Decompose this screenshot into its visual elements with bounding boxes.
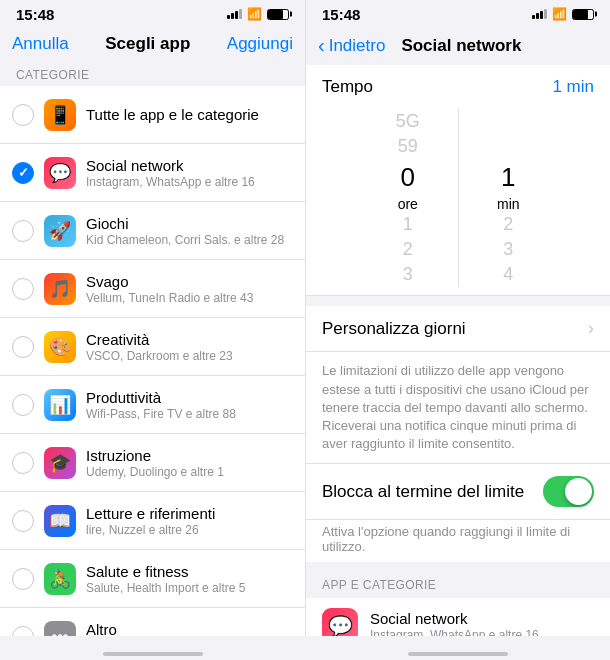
category-name-creativity: Creatività — [86, 331, 293, 348]
picker-item: 4 — [503, 262, 513, 287]
toggle-knob — [565, 478, 592, 505]
check-circle-education[interactable] — [12, 452, 34, 474]
creativity-icon: 🎨 — [44, 331, 76, 363]
list-item[interactable]: ✓ 💬 Social network Instagram, WhatsApp e… — [0, 144, 305, 202]
check-circle-reading[interactable] — [12, 510, 34, 532]
list-item[interactable]: 🎓 Istruzione Udemy, Duolingo e altre 1 — [0, 434, 305, 492]
blocca-toggle-row: Blocca al termine del limite — [306, 464, 610, 520]
categories-label: CATEGORIE — [0, 62, 305, 86]
home-bar-right — [408, 652, 508, 656]
games-icon: 🚀 — [44, 215, 76, 247]
back-label[interactable]: Indietro — [329, 36, 386, 56]
check-circle-productivity[interactable] — [12, 394, 34, 416]
app-name: Social network — [370, 610, 594, 627]
category-name-reading: Letture e riferimenti — [86, 505, 293, 522]
category-sub-social: Instagram, WhatsApp e altre 16 — [86, 175, 293, 189]
app-categorie-section: APP E CATEGORIE 💬 Social network Instagr… — [306, 562, 610, 636]
category-sub-health: Salute, Health Import e altre 5 — [86, 581, 293, 595]
picker-item: 3 — [403, 262, 413, 287]
other-icon: ••• — [44, 621, 76, 636]
picker-selected-minutes[interactable]: 1 — [501, 159, 515, 195]
wifi-icon-left: 📶 — [247, 7, 262, 21]
cancel-button[interactable]: Annulla — [12, 34, 69, 54]
svago-icon: 🎵 — [44, 273, 76, 305]
add-button[interactable]: Aggiungi — [227, 34, 293, 54]
chevron-left-icon: ‹ — [318, 34, 325, 57]
back-button[interactable]: ‹ Indietro — [318, 34, 385, 57]
app-sub: Instagram, WhatsApp e altre 16 — [370, 628, 594, 636]
category-name-all: Tutte le app e le categorie — [86, 106, 293, 123]
blocca-toggle[interactable] — [543, 476, 594, 507]
category-name-svago: Svago — [86, 273, 293, 290]
home-indicators — [0, 636, 610, 660]
app-categorie-header: APP E CATEGORIE — [306, 562, 610, 598]
list-item[interactable]: 🚀 Giochi Kid Chameleon, Corri Sals. e al… — [0, 202, 305, 260]
productivity-icon: 📊 — [44, 389, 76, 421]
time-picker[interactable]: 5G 59 0 ore 1 2 3 – – 1 min 2 3 4 — [322, 105, 594, 295]
right-nav: ‹ Indietro Social network — [306, 28, 610, 65]
check-circle-svago[interactable] — [12, 278, 34, 300]
picker-item: 1 — [403, 212, 413, 237]
social-icon: 💬 — [44, 157, 76, 189]
toggle-sub-text: Attiva l'opzione quando raggiungi il lim… — [306, 520, 610, 562]
picker-item: 2 — [503, 212, 513, 237]
check-circle-social[interactable]: ✓ — [12, 162, 34, 184]
app-icon: 💬 — [322, 608, 358, 636]
list-item[interactable]: 📱 Tutte le app e le categorie — [0, 86, 305, 144]
personalizza-giorni-row[interactable]: Personalizza giorni › — [306, 306, 610, 352]
health-icon: 🚴 — [44, 563, 76, 595]
time-section: Tempo 1 min 5G 59 0 ore 1 2 3 – – — [306, 65, 610, 296]
category-name-social: Social network — [86, 157, 293, 174]
category-sub-productivity: Wifi-Pass, Fire TV e altre 88 — [86, 407, 293, 421]
home-indicator-right — [305, 636, 610, 660]
app-row: 💬 Social network Instagram, WhatsApp e a… — [306, 598, 610, 636]
blocca-section: Blocca al termine del limite Attiva l'op… — [306, 464, 610, 562]
category-sub-games: Kid Chameleon, Corri Sals. e altre 28 — [86, 233, 293, 247]
wifi-icon-right: 📶 — [552, 7, 567, 21]
category-sub-svago: Vellum, TuneIn Radio e altre 43 — [86, 291, 293, 305]
category-sub-education: Udemy, Duolingo e altre 1 — [86, 465, 293, 479]
picker-unit-hours: ore — [398, 196, 418, 212]
tempo-value[interactable]: 1 min — [552, 77, 594, 97]
category-name-other: Altro — [86, 621, 293, 636]
time-left: 15:48 — [16, 6, 54, 23]
home-bar-left — [103, 652, 203, 656]
picker-minutes[interactable]: – – 1 min 2 3 4 — [478, 109, 538, 287]
left-nav-title: Scegli app — [105, 34, 190, 54]
picker-selected-hours[interactable]: 0 — [401, 159, 415, 195]
list-item[interactable]: 🎨 Creatività VSCO, Darkroom e altre 23 — [0, 318, 305, 376]
education-icon: 🎓 — [44, 447, 76, 479]
check-circle-all[interactable] — [12, 104, 34, 126]
picker-item: 2 — [403, 237, 413, 262]
category-name-health: Salute e fitness — [86, 563, 293, 580]
settings-group: Personalizza giorni › — [306, 306, 610, 352]
check-circle-games[interactable] — [12, 220, 34, 242]
category-name-productivity: Produttività — [86, 389, 293, 406]
picker-hours[interactable]: 5G 59 0 ore 1 2 3 — [378, 109, 438, 287]
list-item[interactable]: 🎵 Svago Vellum, TuneIn Radio e altre 43 — [0, 260, 305, 318]
category-sub-creativity: VSCO, Darkroom e altre 23 — [86, 349, 293, 363]
left-nav: Annulla Scegli app Aggiungi — [0, 28, 305, 62]
home-indicator-left — [0, 636, 305, 660]
personalizza-giorni-label: Personalizza giorni — [322, 319, 466, 339]
all-icon: 📱 — [44, 99, 76, 131]
check-circle-health[interactable] — [12, 568, 34, 590]
info-text: Le limitazioni di utilizzo delle app ven… — [322, 362, 594, 453]
list-item[interactable]: 🚴 Salute e fitness Salute, Health Import… — [0, 550, 305, 608]
check-circle-other[interactable] — [12, 626, 34, 636]
picker-item: 5G — [396, 109, 420, 134]
time-right: 15:48 — [322, 6, 360, 23]
reading-icon: 📖 — [44, 505, 76, 537]
category-name-games: Giochi — [86, 215, 293, 232]
chevron-right-icon: › — [588, 318, 594, 339]
right-panel: ‹ Indietro Social network Tempo 1 min 5G… — [305, 28, 610, 636]
list-item[interactable]: 📖 Letture e riferimenti lire, Nuzzel e a… — [0, 492, 305, 550]
left-panel: Annulla Scegli app Aggiungi CATEGORIE 📱 … — [0, 28, 305, 636]
check-circle-creativity[interactable] — [12, 336, 34, 358]
list-item[interactable]: ••• Altro Tinder, Subito e altre 40 — [0, 608, 305, 636]
right-nav-title: Social network — [401, 36, 521, 56]
blocca-label: Blocca al termine del limite — [322, 482, 524, 502]
category-list: 📱 Tutte le app e le categorie ✓ 💬 Social… — [0, 86, 305, 636]
list-item[interactable]: 📊 Produttività Wifi-Pass, Fire TV e altr… — [0, 376, 305, 434]
picker-unit-minutes: min — [497, 196, 520, 212]
